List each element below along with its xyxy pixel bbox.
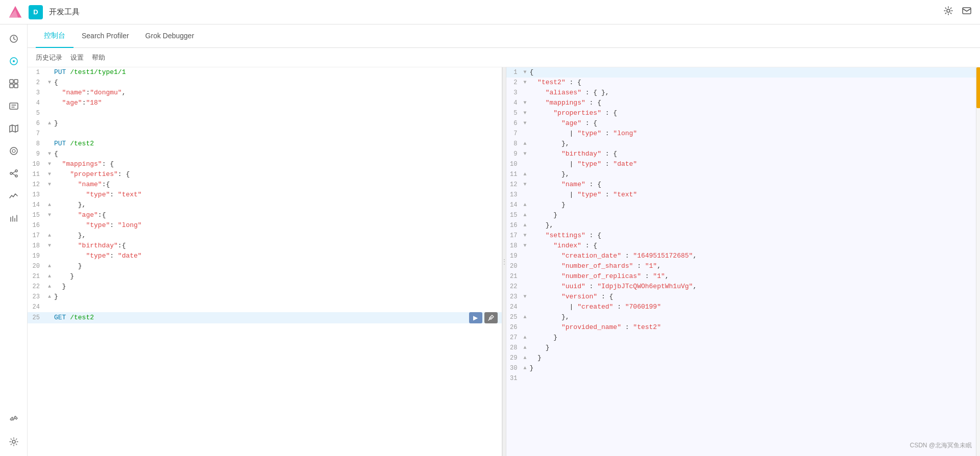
svg-rect-10	[14, 84, 18, 88]
right-scrollbar[interactable]	[976, 67, 980, 456]
svg-rect-9	[10, 84, 13, 88]
code-line-21: 21 ▲ }	[28, 271, 502, 282]
sidebar-item-maps[interactable]	[4, 118, 24, 139]
code-line-6: 6 ▲ }	[28, 118, 502, 129]
code-line-10: 10 ▼ "mappings": {	[28, 159, 502, 169]
right-code-line-8: 8 ▲ },	[506, 139, 981, 149]
right-code-line-1: 1 ▼ {	[506, 67, 981, 78]
right-code-line-31: 31	[506, 373, 981, 384]
wrench-button[interactable]	[484, 312, 498, 323]
svg-point-16	[15, 175, 17, 177]
right-code-line-28: 28 ▲ }	[506, 343, 981, 353]
editor-area: 1 PUT /test1/type1/1 2 ▼ { 3 "name	[28, 67, 980, 456]
settings-icon[interactable]	[943, 6, 953, 18]
subtoolbar-history[interactable]: 历史记录	[36, 53, 62, 62]
right-code-line-13: 13 | "type" : "text"	[506, 190, 981, 200]
svg-point-17	[12, 440, 15, 443]
code-line-2: 2 ▼ {	[28, 78, 502, 88]
right-code-line-17: 17 ▼ "settings" : {	[506, 231, 981, 241]
right-code-line-30: 30 ▲ }	[506, 363, 981, 373]
content-area: 控制台 Search Profiler Grok Debugger 历史记录 设…	[28, 24, 980, 456]
right-code-line-18: 18 ▼ "index" : {	[506, 241, 981, 251]
code-line-5: 5	[28, 108, 502, 118]
code-line-12: 12 ▼ "name":{	[28, 180, 502, 190]
right-code-line-20: 20 "number_of_shards" : "1",	[506, 261, 981, 271]
code-line-1: 1 PUT /test1/type1/1	[28, 67, 502, 78]
code-line-17: 17 ▲ },	[28, 231, 502, 241]
drag-handle[interactable]: ⋮	[502, 67, 506, 456]
code-line-15: 15 ▼ "age":{	[28, 210, 502, 220]
subtoolbar-settings[interactable]: 设置	[70, 53, 84, 62]
code-line-7: 7	[28, 129, 502, 139]
right-code-line-10: 10 | "type" : "date"	[506, 159, 981, 169]
code-line-8: 8 PUT /test2	[28, 139, 502, 149]
sidebar-item-graph[interactable]	[4, 163, 24, 184]
right-code-line-23: 23 ▼ "version" : {	[506, 292, 981, 302]
subtoolbar-help[interactable]: 帮助	[92, 53, 105, 62]
sidebar	[0, 24, 28, 456]
svg-rect-3	[963, 8, 971, 14]
right-code-line-14: 14 ▲ }	[506, 200, 981, 210]
right-code-line-3: 3 "aliases" : { },	[506, 88, 981, 98]
mail-icon[interactable]	[962, 6, 972, 18]
svg-rect-8	[14, 80, 18, 83]
right-code-line-24: 24 | "created" : "7060199"	[506, 302, 981, 312]
main-layout: 控制台 Search Profiler Grok Debugger 历史记录 设…	[0, 24, 980, 456]
code-line-13: 13 "type": "text"	[28, 190, 502, 200]
right-code-line-27: 27 ▲ }	[506, 333, 981, 343]
sidebar-item-apm[interactable]	[4, 208, 24, 229]
kibana-logo	[8, 5, 22, 19]
right-code-editor: 1 ▼ { 2 ▼ "test2" : { 3 "aliase	[506, 67, 981, 384]
svg-rect-7	[10, 80, 13, 83]
tab-bar: 控制台 Search Profiler Grok Debugger	[28, 24, 980, 48]
sidebar-item-history[interactable]	[4, 29, 24, 49]
right-code-line-5: 5 ▼ "properties" : {	[506, 108, 981, 118]
right-code-line-22: 22 "uuid" : "IdpjbJTcQWOh6eptWh1uVg",	[506, 282, 981, 292]
right-code-line-29: 29 ▲ }	[506, 353, 981, 363]
user-avatar: D	[29, 5, 43, 19]
app-title: 开发工具	[49, 7, 937, 17]
tab-console[interactable]: 控制台	[36, 24, 74, 48]
right-code-line-26: 26 "provided_name" : "test2"	[506, 322, 981, 333]
sidebar-item-discover[interactable]	[4, 51, 24, 71]
top-icon-group	[943, 6, 972, 18]
right-code-line-25: 25 ▲ },	[506, 312, 981, 322]
code-line-18: 18 ▼ "birthday":{	[28, 241, 502, 251]
right-code-line-4: 4 ▼ "mappings" : {	[506, 98, 981, 108]
tab-grok-debugger[interactable]: Grok Debugger	[137, 24, 203, 48]
sidebar-item-monitoring[interactable]	[4, 186, 24, 206]
right-code-line-9: 9 ▼ "birthday" : {	[506, 149, 981, 159]
svg-point-13	[12, 149, 15, 153]
right-code-line-15: 15 ▲ }	[506, 210, 981, 220]
scrollbar-thumb	[976, 67, 980, 108]
code-line-11: 11 ▼ "properties": {	[28, 169, 502, 180]
run-button[interactable]: ▶	[469, 312, 482, 323]
svg-point-14	[10, 172, 12, 174]
sub-toolbar: 历史记录 设置 帮助	[28, 48, 980, 67]
right-code-line-6: 6 ▼ "age" : {	[506, 118, 981, 129]
left-editor[interactable]: 1 PUT /test1/type1/1 2 ▼ { 3 "name	[28, 67, 502, 456]
code-line-3: 3 "name":"dongmu",	[28, 88, 502, 98]
code-line-20: 20 ▲ }	[28, 261, 502, 271]
right-code-line-19: 19 "creation_date" : "1649515172685",	[506, 251, 981, 261]
sidebar-item-devtools[interactable]	[4, 409, 24, 429]
right-code-line-21: 21 "number_of_replicas" : "1",	[506, 271, 981, 282]
right-code-line-11: 11 ▲ },	[506, 169, 981, 180]
tab-search-profiler[interactable]: Search Profiler	[74, 24, 137, 48]
sidebar-item-dashboard[interactable]	[4, 73, 24, 94]
right-code-line-2: 2 ▼ "test2" : {	[506, 78, 981, 88]
code-line-14: 14 ▲ },	[28, 200, 502, 210]
svg-point-2	[947, 9, 950, 12]
svg-point-6	[13, 60, 15, 62]
right-editor[interactable]: 1 ▼ { 2 ▼ "test2" : { 3 "aliase	[506, 67, 981, 456]
sidebar-item-canvas[interactable]	[4, 96, 24, 116]
code-line-19: 19 "type": "date"	[28, 251, 502, 261]
code-line-4: 4 "age":"18"	[28, 98, 502, 108]
svg-point-15	[15, 170, 17, 172]
sidebar-item-settings[interactable]	[4, 432, 24, 452]
code-line-24: 24	[28, 302, 502, 312]
code-line-23: 23 ▲ }	[28, 292, 502, 302]
svg-point-12	[10, 147, 17, 155]
sidebar-item-ml[interactable]	[4, 141, 24, 161]
action-buttons: ▶	[469, 312, 498, 323]
